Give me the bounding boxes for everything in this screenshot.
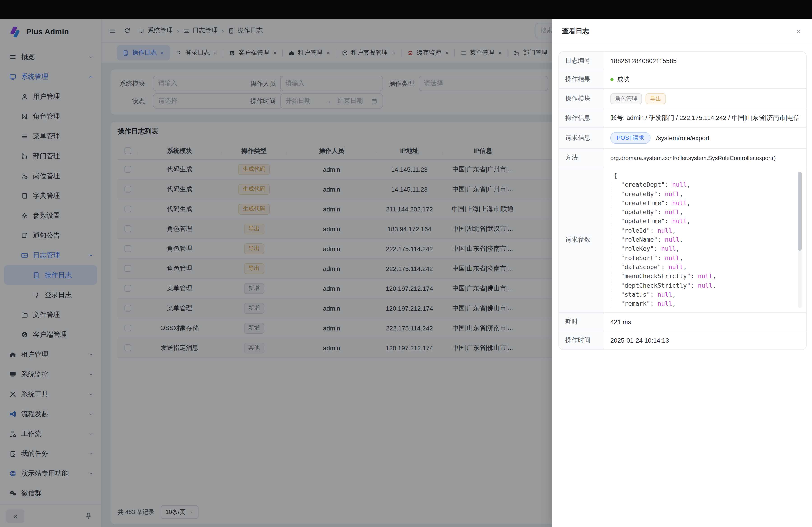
detail-row-0: 日志编号1882612840802115585 bbox=[559, 52, 806, 70]
detail-value: 421 ms bbox=[604, 313, 806, 331]
close-icon[interactable] bbox=[795, 28, 802, 35]
detail-value: 1882612840802115585 bbox=[604, 52, 806, 70]
json-line: "roleKey": null, bbox=[613, 244, 802, 253]
json-key: status bbox=[625, 291, 647, 298]
detail-row-8: 操作时间2025-01-24 10:14:13 bbox=[559, 331, 806, 349]
detail-text: org.dromara.system.controller.system.Sys… bbox=[610, 154, 776, 161]
json-line: "menuCheckStrictly": null, bbox=[613, 272, 802, 281]
json-indent-guide bbox=[611, 181, 611, 307]
json-key: menuCheckStrictly bbox=[625, 272, 687, 280]
json-line: "roleName": null, bbox=[613, 235, 802, 244]
detail-label: 耗时 bbox=[559, 313, 604, 331]
json-line: "status": null, bbox=[613, 290, 802, 299]
json-key: remark bbox=[625, 300, 647, 307]
json-null-value: null bbox=[665, 190, 680, 197]
json-null-value: null bbox=[672, 181, 687, 188]
detail-label: 日志编号 bbox=[559, 52, 604, 70]
json-key: createTime bbox=[625, 199, 661, 207]
detail-value: 2025-01-24 10:14:13 bbox=[604, 331, 806, 349]
detail-label: 请求参数 bbox=[559, 167, 604, 312]
detail-table: 日志编号1882612840802115585操作结果成功操作模块角色管理导出操… bbox=[559, 51, 807, 350]
app-window: Plus Admin 概览系统管理用户管理角色管理菜单管理部门管理岗位管理字典管… bbox=[0, 0, 812, 527]
json-key: updateTime bbox=[625, 217, 661, 225]
detail-value: org.dromara.system.controller.system.Sys… bbox=[604, 149, 806, 167]
drawer-body: 日志编号1882612840802115585操作结果成功操作模块角色管理导出操… bbox=[552, 44, 812, 350]
json-line: "updateBy": null, bbox=[613, 207, 802, 216]
json-null-value: null bbox=[657, 227, 672, 234]
json-key: createBy bbox=[625, 190, 654, 197]
detail-label: 操作时间 bbox=[559, 331, 604, 349]
json-null-value: null bbox=[672, 217, 687, 225]
detail-label: 请求信息 bbox=[559, 127, 604, 148]
detail-row-7: 耗时421 ms bbox=[559, 312, 806, 331]
json-key: roleKey bbox=[625, 245, 650, 252]
request-path: /system/role/export bbox=[656, 134, 710, 141]
json-null-value: null bbox=[665, 236, 680, 243]
json-line: "roleSort": null, bbox=[613, 253, 802, 262]
json-null-value: null bbox=[657, 291, 672, 298]
json-null-value: null bbox=[669, 263, 683, 270]
json-key: createDept bbox=[625, 181, 661, 188]
json-key: deptCheckStrictly bbox=[625, 282, 687, 289]
json-null-value: null bbox=[698, 282, 712, 289]
drawer-header: 查看日志 bbox=[552, 19, 812, 44]
json-scrollbar-thumb[interactable] bbox=[798, 172, 802, 251]
json-line: "updateTime": null, bbox=[613, 216, 802, 226]
window-chrome-bar bbox=[0, 0, 812, 19]
module-tag: 角色管理 bbox=[610, 93, 642, 104]
detail-label: 方法 bbox=[559, 149, 604, 167]
detail-value: 账号: admin / 研发部门 / 222.175.114.242 / 中国|… bbox=[604, 109, 806, 127]
json-open-brace: { bbox=[613, 172, 617, 179]
detail-label: 操作结果 bbox=[559, 70, 604, 88]
detail-row-1: 操作结果成功 bbox=[559, 70, 806, 88]
detail-row-4: 请求信息POST请求/system/role/export bbox=[559, 127, 806, 148]
json-null-value: null bbox=[672, 199, 687, 207]
module-tag: 导出 bbox=[646, 93, 666, 104]
json-line: "dataScope": null, bbox=[613, 262, 802, 272]
json-null-value: null bbox=[665, 254, 680, 261]
detail-value: { "createDept": null, "createBy": null, … bbox=[604, 167, 806, 312]
json-key: roleId bbox=[625, 227, 647, 234]
json-null-value: null bbox=[698, 272, 712, 280]
detail-row-5: 方法org.dromara.system.controller.system.S… bbox=[559, 148, 806, 167]
detail-row-6: 请求参数{ "createDept": null, "createBy": nu… bbox=[559, 167, 806, 312]
detail-text: 2025-01-24 10:14:13 bbox=[610, 337, 669, 344]
json-null-value: null bbox=[657, 300, 672, 307]
json-line: "remark": null, bbox=[613, 299, 802, 308]
view-log-drawer: 查看日志 日志编号1882612840802115585操作结果成功操作模块角色… bbox=[552, 19, 812, 527]
json-null-value: null bbox=[661, 245, 676, 252]
detail-text: 421 ms bbox=[610, 318, 631, 326]
json-key: roleSort bbox=[625, 254, 654, 261]
detail-text: 账号: admin / 研发部门 / 222.175.114.242 / 中国|… bbox=[610, 114, 800, 122]
status-text: 成功 bbox=[617, 75, 630, 84]
json-line: "roleId": null, bbox=[613, 226, 802, 235]
json-line: "deptCheckStrictly": null, bbox=[613, 281, 802, 290]
json-key: dataScope bbox=[625, 263, 657, 270]
json-line: "createDept": null, bbox=[613, 180, 802, 189]
detail-row-2: 操作模块角色管理导出 bbox=[559, 88, 806, 109]
detail-value: 成功 bbox=[604, 70, 806, 88]
detail-value: POST请求/system/role/export bbox=[604, 127, 806, 148]
json-null-value: null bbox=[665, 208, 680, 215]
drawer-title: 查看日志 bbox=[562, 27, 589, 35]
success-dot bbox=[610, 78, 613, 81]
request-params-json: { "createDept": null, "createBy": null, … bbox=[609, 171, 802, 309]
json-key: updateBy bbox=[625, 208, 654, 215]
detail-text: 1882612840802115585 bbox=[610, 57, 677, 64]
json-line: "createTime": null, bbox=[613, 198, 802, 208]
json-line: "createBy": null, bbox=[613, 189, 802, 198]
json-scrollbar bbox=[798, 172, 802, 308]
detail-label: 操作模块 bbox=[559, 89, 604, 109]
detail-row-3: 操作信息账号: admin / 研发部门 / 222.175.114.242 /… bbox=[559, 109, 806, 127]
post-request-tag: POST请求 bbox=[610, 132, 651, 144]
detail-value: 角色管理导出 bbox=[604, 89, 806, 109]
json-key: roleName bbox=[625, 236, 654, 243]
detail-label: 操作信息 bbox=[559, 109, 604, 127]
